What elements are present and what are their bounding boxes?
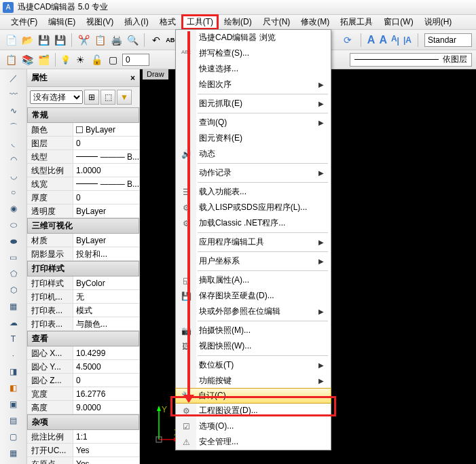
- prop-row[interactable]: 线型——— B...: [27, 150, 139, 164]
- menu-item[interactable]: 数位板(T)▶: [176, 357, 331, 373]
- text-dim-icon[interactable]: A|: [391, 34, 399, 46]
- cloud-icon[interactable]: ☁: [6, 317, 21, 329]
- prop-value[interactable]: Yes: [73, 457, 139, 464]
- cut-icon[interactable]: ✂️: [77, 33, 90, 47]
- prop-row[interactable]: 颜色ByLayer: [27, 123, 139, 137]
- menu-modify[interactable]: 修改(M): [295, 15, 335, 29]
- prop-value[interactable]: ——— B...: [73, 177, 139, 190]
- menu-insert[interactable]: 插入(I): [119, 15, 153, 29]
- prop-row[interactable]: 批注比例1:1: [27, 430, 139, 444]
- print-icon[interactable]: 🖨️: [109, 33, 123, 47]
- prop-group-header[interactable]: 杂项: [27, 414, 139, 430]
- prop-value[interactable]: 与颜色...: [73, 317, 139, 330]
- menu-item[interactable]: 📷拍摄快照(M)...: [176, 323, 331, 338]
- menu-item[interactable]: 图元抓取(E)▶: [176, 96, 331, 111]
- text-a2-icon[interactable]: A: [379, 34, 387, 46]
- prop-row[interactable]: 阴影显示投射和...: [27, 247, 139, 261]
- menu-edit[interactable]: 编辑(E): [43, 15, 81, 29]
- menu-item[interactable]: 查询(Q)▶: [176, 115, 331, 130]
- menu-item[interactable]: 用户坐标系▶: [176, 253, 331, 269]
- menu-window[interactable]: 窗口(W): [378, 15, 418, 29]
- prop-value[interactable]: 0: [73, 374, 139, 387]
- text-a3-icon[interactable]: |A: [403, 35, 411, 45]
- point-icon[interactable]: ·: [6, 349, 21, 361]
- menu-item[interactable]: ⚙加载Classic .NET程序...: [176, 215, 331, 231]
- prop-row[interactable]: 宽度16.2776: [27, 387, 139, 401]
- arc2-icon[interactable]: ◟: [6, 137, 21, 149]
- menu-item[interactable]: 快速选择...: [176, 61, 331, 77]
- menu-item[interactable]: 功能按键▶: [176, 373, 331, 389]
- sun-icon[interactable]: ☀: [73, 53, 87, 67]
- rect-icon[interactable]: ▢: [106, 53, 120, 67]
- line-icon[interactable]: ／: [6, 72, 21, 84]
- close-icon[interactable]: ×: [130, 73, 135, 83]
- prop-row[interactable]: 圆心 X...10.4299: [27, 346, 139, 360]
- prop-row[interactable]: 透明度ByLayer: [27, 204, 139, 218]
- lightbulb-icon[interactable]: 💡: [60, 55, 71, 65]
- prop-value[interactable]: ByLayer: [73, 123, 139, 136]
- prop-btn-pick[interactable]: ⊞: [84, 90, 99, 105]
- menu-file[interactable]: 文件(F): [5, 15, 43, 29]
- menu-item[interactable]: 动作记录▶: [176, 165, 331, 181]
- prop-value[interactable]: Yes: [73, 444, 139, 457]
- menu-item[interactable]: 迅捷CAD编辑器 浏览: [176, 30, 331, 46]
- prop-value[interactable]: 16.2776: [73, 387, 139, 400]
- color-icon[interactable]: ◧: [6, 382, 21, 394]
- menu-item[interactable]: 应用程序编辑工具▶: [176, 234, 331, 250]
- hatch-icon[interactable]: ▦: [6, 300, 21, 313]
- refresh-icon[interactable]: ⟳: [341, 33, 354, 47]
- prop-value[interactable]: 9.0000: [73, 401, 139, 414]
- menu-draw[interactable]: 绘制(D): [219, 15, 257, 29]
- prop-row[interactable]: 打印表...模式: [27, 304, 139, 317]
- new-icon[interactable]: 📄: [4, 33, 18, 47]
- prop-value[interactable]: 1:1: [73, 430, 139, 443]
- menu-item[interactable]: 块或外部参照在位编辑▶: [176, 304, 331, 319]
- prop-value[interactable]: 0: [73, 191, 139, 204]
- model-tab[interactable]: Draw: [143, 69, 168, 79]
- menu-item[interactable]: ⚙载入LISP或SDS应用程序(L)...: [176, 200, 331, 215]
- prop-group-header[interactable]: 打印样式: [27, 261, 139, 276]
- layer-icon[interactable]: 📋: [4, 53, 18, 67]
- menu-item[interactable]: 图元资料(E): [176, 130, 331, 146]
- layers-icon[interactable]: 📚: [20, 53, 34, 67]
- menu-item[interactable]: ☰载入功能表...: [176, 184, 331, 200]
- undo-icon[interactable]: ↶: [149, 33, 163, 47]
- menu-item[interactable]: ◱摘取属性(A)...: [176, 272, 331, 288]
- prop-row[interactable]: 圆心 Y...4.5000: [27, 360, 139, 374]
- arc3-icon[interactable]: ◠: [6, 154, 21, 166]
- prop-row[interactable]: 圆心 Z...0: [27, 374, 139, 387]
- prop-group-header[interactable]: 常规: [27, 107, 139, 123]
- save-icon[interactable]: 💾: [37, 33, 50, 47]
- layer-linetype-combo[interactable]: 依图层: [350, 53, 472, 67]
- menu-item[interactable]: ⚠安全管理...: [176, 434, 331, 450]
- prop-value[interactable]: 模式: [73, 304, 139, 317]
- prop-row[interactable]: 图层0: [27, 137, 139, 150]
- polygon-icon[interactable]: ⬠: [6, 268, 21, 280]
- menu-item[interactable]: ⚙工程图设置(D)...: [176, 403, 331, 418]
- prop-row[interactable]: 线型比例1.0000: [27, 164, 139, 177]
- wipe-icon[interactable]: ◨: [6, 365, 21, 378]
- block2-icon[interactable]: ▤: [6, 414, 21, 427]
- menu-item[interactable]: 🖼视图快照(W)...: [176, 338, 331, 354]
- prop-row[interactable]: 打印样式ByColor: [27, 276, 139, 290]
- prop-value[interactable]: 1.0000: [73, 164, 139, 177]
- prop-group-header[interactable]: 三维可视化: [27, 218, 139, 234]
- prop-value[interactable]: ByColor: [73, 276, 139, 289]
- menu-item[interactable]: ᴬᴮᶜ拼写检查(S)...: [176, 46, 331, 61]
- menu-item[interactable]: ☑选项(O)...: [176, 418, 331, 434]
- menu-item[interactable]: 🔧自订(C)...: [175, 388, 331, 404]
- layerstate-icon[interactable]: 🗂️: [37, 53, 50, 67]
- region-icon[interactable]: ▢: [6, 431, 21, 443]
- prop-row[interactable]: 打印机...无: [27, 290, 139, 304]
- menu-dimension[interactable]: 尺寸(N): [257, 15, 296, 29]
- selection-combo[interactable]: 没有选择: [30, 90, 83, 104]
- menu-item[interactable]: 💾保存图块至硬盘(D)...: [176, 288, 331, 304]
- menu-extend[interactable]: 拓展工具: [335, 15, 378, 29]
- saveall-icon[interactable]: 💾: [53, 33, 67, 47]
- prop-btn-select[interactable]: ⬚: [100, 90, 115, 105]
- prop-btn-filter[interactable]: ▼: [117, 90, 132, 105]
- lock-icon[interactable]: 🔓: [90, 53, 103, 67]
- prop-value[interactable]: 无: [73, 290, 139, 303]
- prop-row[interactable]: 打印表...与颜色...: [27, 317, 139, 331]
- prop-row[interactable]: 打开UC...Yes: [27, 444, 139, 457]
